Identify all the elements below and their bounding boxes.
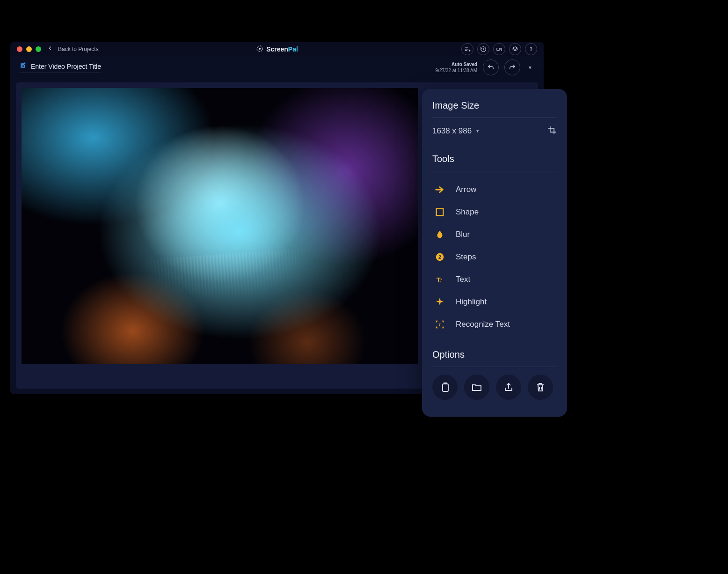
language-button[interactable]: EN — [493, 43, 505, 55]
image-size-title: Image Size — [432, 100, 557, 111]
recognize-text-icon: t — [434, 319, 445, 330]
blur-icon — [434, 229, 445, 240]
layers-icon-button[interactable] — [509, 43, 521, 55]
back-label: Back to Projects — [58, 46, 99, 52]
divider — [432, 171, 557, 171]
folder-button[interactable] — [464, 375, 489, 400]
tool-label: Blur — [456, 230, 470, 239]
brand-logo: ScreenPal — [256, 45, 298, 54]
autosave-label: Auto Saved — [436, 61, 478, 67]
brand-name: Screen — [266, 45, 288, 53]
project-title-input[interactable]: Enter Video Project Title — [20, 62, 101, 73]
save-group: Auto Saved 9/27/22 at 11:38 AM ▼ — [436, 59, 534, 75]
tool-label: Arrow — [456, 185, 476, 194]
image-size-row: 1638 x 986 ▼ — [432, 125, 557, 137]
svg-rect-9 — [443, 384, 448, 391]
editor-side-panel: Image Size 1638 x 986 ▼ Tools Arrow Shap… — [422, 89, 567, 417]
tool-label: Steps — [456, 252, 476, 262]
canvas-image[interactable] — [22, 88, 418, 364]
svg-text:t: t — [439, 322, 441, 327]
window-close-button[interactable] — [17, 46, 22, 52]
tool-text[interactable]: Tt Text — [432, 269, 557, 290]
text-icon: Tt — [434, 274, 445, 285]
divider — [432, 367, 557, 367]
history-dropdown-caret[interactable]: ▼ — [526, 65, 534, 70]
steps-icon: 2 — [434, 251, 445, 263]
language-label: EN — [496, 47, 502, 52]
help-icon-button[interactable] — [525, 43, 537, 55]
svg-text:2: 2 — [438, 254, 441, 260]
share-button[interactable] — [496, 375, 521, 400]
tools-list: Arrow Shape Blur 2 Steps Tt Text — [432, 179, 557, 335]
tool-recognize-text[interactable]: t Recognize Text — [432, 314, 557, 335]
delete-button[interactable] — [528, 375, 553, 400]
tool-highlight[interactable]: Highlight — [432, 291, 557, 313]
back-to-projects-button[interactable]: Back to Projects — [47, 45, 99, 53]
window-maximize-button[interactable] — [36, 46, 41, 52]
clipboard-button[interactable] — [432, 375, 458, 400]
autosave-time: 9/27/22 at 11:38 AM — [436, 67, 478, 74]
caret-down-icon: ▼ — [475, 129, 480, 133]
titlebar: Back to Projects ScreenPal EN — [10, 42, 544, 56]
tool-steps[interactable]: 2 Steps — [432, 246, 557, 268]
project-bar: Enter Video Project Title Auto Saved 9/2… — [10, 56, 544, 79]
top-right-toolbar: EN — [461, 43, 537, 55]
tool-arrow[interactable]: Arrow — [432, 179, 557, 200]
image-size-dropdown[interactable]: 1638 x 986 ▼ — [432, 126, 480, 136]
svg-rect-3 — [437, 209, 444, 216]
tool-blur[interactable]: Blur — [432, 224, 557, 245]
image-size-value: 1638 x 986 — [432, 126, 472, 136]
tool-label: Shape — [456, 207, 479, 217]
undo-button[interactable] — [483, 59, 499, 75]
traffic-lights — [17, 46, 41, 52]
project-title-text: Enter Video Project Title — [31, 63, 101, 70]
crop-button[interactable] — [547, 125, 557, 137]
redo-button[interactable] — [504, 59, 520, 75]
brand-suffix: Pal — [288, 45, 298, 53]
back-arrow-icon — [47, 45, 53, 53]
tool-shape[interactable]: Shape — [432, 201, 557, 223]
divider — [432, 118, 557, 118]
highlight-icon — [434, 296, 445, 308]
svg-text:t: t — [440, 278, 442, 283]
history-icon-button[interactable] — [477, 43, 489, 55]
brand-icon — [256, 45, 263, 54]
tool-label: Recognize Text — [456, 320, 510, 329]
shape-icon — [434, 206, 445, 218]
svg-point-1 — [259, 48, 261, 50]
autosave-status: Auto Saved 9/27/22 at 11:38 AM — [436, 61, 478, 74]
arrow-icon — [434, 184, 445, 195]
window-minimize-button[interactable] — [26, 46, 32, 52]
option-buttons — [432, 375, 557, 400]
options-title: Options — [432, 349, 557, 360]
tool-label: Highlight — [456, 297, 487, 307]
svg-point-2 — [531, 51, 531, 51]
playlist-icon-button[interactable] — [461, 43, 473, 55]
edit-icon — [20, 62, 26, 71]
options-section: Options — [432, 349, 557, 400]
tools-title: Tools — [432, 154, 557, 164]
tool-label: Text — [456, 275, 470, 284]
